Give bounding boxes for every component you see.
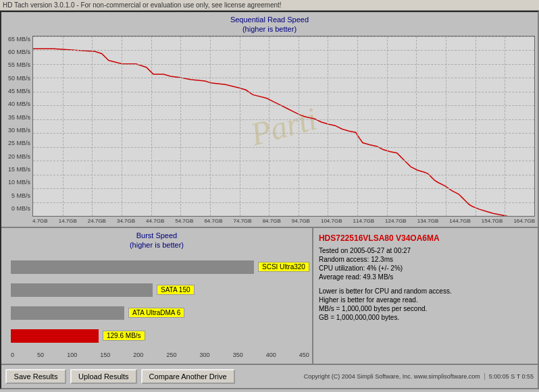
y-axis-label: 45 MB/s [8, 88, 30, 94]
copyright-text: Copyright (C) 2004 Simpli Software, Inc.… [239, 373, 480, 380]
burst-title-line2: (higher is better) [4, 240, 309, 250]
x-axis: 4.7GB14.7GB24.7GB34.7GB44.7GB54.7GB64.7G… [32, 218, 535, 224]
info-line-7: Higher is better for average read. [319, 296, 532, 304]
h-grid-line [33, 64, 534, 65]
y-axis-label: 40 MB/s [8, 101, 30, 107]
x-axis-label: 64.7GB [204, 218, 222, 224]
v-grid-line [357, 36, 358, 216]
burst-x-label: 450 [299, 352, 309, 358]
v-grid-line [269, 36, 270, 216]
x-axis-label: 84.7GB [263, 218, 281, 224]
y-axis-label: 5 MB/s [11, 192, 30, 199]
burst-x-label: 100 [67, 352, 77, 358]
x-axis-label: 44.7GB [146, 218, 164, 224]
h-grid-line [33, 105, 534, 106]
x-axis-label: 54.7GB [175, 218, 193, 224]
info-line-4: Average read: 49.3 MB/s [319, 273, 532, 281]
v-grid-line [210, 36, 211, 216]
y-axis-label: 65 MB/s [8, 36, 30, 43]
sequential-read-panel: Sequential Read Speed (higher is better)… [1, 12, 538, 228]
bar-fill [11, 283, 153, 297]
burst-x-label: 50 [37, 352, 44, 358]
info-line-6: Lower is better for CPU and random acces… [319, 287, 532, 295]
seq-title-line1: Sequential Read Speed [4, 15, 535, 24]
bar-row: SCSI Ultra320 [11, 258, 309, 276]
bar-row: ATA UltraDMA 6 [11, 304, 309, 322]
bar-fill [11, 260, 254, 274]
sequential-read-title: Sequential Read Speed (higher is better) [4, 15, 535, 34]
bar-label: SCSI Ultra320 [258, 262, 309, 272]
v-grid-line [416, 36, 417, 216]
v-grid-line [122, 36, 122, 216]
x-axis-label: 154.7GB [482, 218, 503, 224]
v-grid-line [63, 36, 63, 216]
h-grid-line [33, 133, 534, 134]
title-bar: HD Tach version 3.0.1.0 - For non-commer… [0, 0, 539, 11]
h-grid-line [33, 175, 534, 175]
h-grid-line [33, 78, 534, 78]
v-grid-line [180, 36, 181, 216]
h-grid-line [33, 92, 534, 92]
info-panel: HDS722516VLSA80 V34OA6MA Tested on 2005-… [313, 228, 538, 364]
h-grid-line [33, 147, 534, 148]
chart-area: 65 MB/s60 MB/s55 MB/s50 MB/s45 MB/s40 MB… [4, 36, 535, 224]
info-line-9: GB = 1,000,000,000 bytes. [319, 314, 532, 321]
y-axis-label: 30 MB/s [8, 127, 30, 134]
burst-x-label: 150 [100, 352, 110, 358]
bar-row: SATA 150 [11, 281, 309, 299]
y-axis-label: 60 MB/s [8, 49, 30, 55]
save-results-button[interactable]: Save Results [5, 369, 66, 384]
info-line-1: Tested on 2005-05-27 at 00:27 [319, 247, 532, 254]
bar-fill [11, 329, 99, 343]
h-grid-line [33, 161, 534, 161]
x-axis-label: 24.7GB [88, 218, 106, 224]
v-grid-line [387, 36, 388, 216]
bar-label: ATA UltraDMA 6 [128, 308, 184, 318]
bar-fill [11, 306, 124, 320]
burst-x-axis-container: 050100150200250300350400450 [4, 349, 309, 358]
burst-title: Burst Speed (higher is better) [4, 231, 309, 250]
info-line-2: Random access: 12.3ms [319, 256, 532, 263]
x-axis-label: 14.7GB [59, 218, 77, 224]
y-axis-label: 25 MB/s [8, 140, 30, 146]
burst-x-label: 200 [133, 352, 143, 358]
title-text: HD Tach version 3.0.1.0 - For non-commer… [3, 1, 282, 9]
v-grid-line [299, 36, 299, 216]
x-axis-label: 164.7GB [513, 218, 535, 224]
burst-panel: Burst Speed (higher is better) SCSI Ultr… [1, 228, 313, 364]
burst-x-label: 0 [11, 352, 14, 358]
y-axis-label: 55 MB/s [8, 61, 30, 68]
upload-results-button[interactable]: Upload Results [70, 369, 137, 384]
bottom-section: Burst Speed (higher is better) SCSI Ultr… [1, 228, 538, 364]
y-axis-label: 50 MB/s [8, 75, 30, 82]
compare-drive-button[interactable]: Compare Another Drive [141, 369, 235, 384]
burst-title-line1: Burst Speed [4, 231, 309, 240]
v-grid-line [476, 36, 476, 216]
bar-label: 129.6 MB/s [103, 331, 145, 341]
y-axis-label: 10 MB/s [8, 179, 30, 186]
y-axis-label: 35 MB/s [8, 114, 30, 121]
v-grid-line [446, 36, 446, 216]
chart-plot: Parti [32, 36, 535, 217]
v-grid-line [505, 36, 505, 216]
bar-row: 129.6 MB/s [11, 327, 309, 345]
footer-time: 5:00:05 S T 0:55 [484, 373, 534, 380]
bar-label: SATA 150 [157, 285, 195, 295]
v-grid-line [328, 36, 328, 216]
x-axis-label: 144.7GB [449, 218, 471, 224]
footer: Save Results Upload Results Compare Anot… [1, 364, 538, 388]
burst-x-label: 400 [266, 352, 276, 358]
info-line-3: CPU utilization: 4% (+/- 2%) [319, 264, 532, 272]
x-axis-label: 104.7GB [321, 218, 342, 224]
h-grid-line [33, 216, 534, 217]
y-axis: 65 MB/s60 MB/s55 MB/s50 MB/s45 MB/s40 MB… [4, 36, 32, 224]
h-grid-line [33, 50, 534, 51]
burst-x-label: 250 [166, 352, 176, 358]
y-axis-label: 0 MB/s [11, 205, 30, 212]
h-grid-line [33, 188, 534, 189]
h-grid-line [33, 202, 534, 203]
v-grid-line [92, 36, 93, 216]
h-grid-line [33, 119, 534, 120]
x-axis-label: 4.7GB [32, 218, 48, 224]
v-grid-line [151, 36, 152, 216]
